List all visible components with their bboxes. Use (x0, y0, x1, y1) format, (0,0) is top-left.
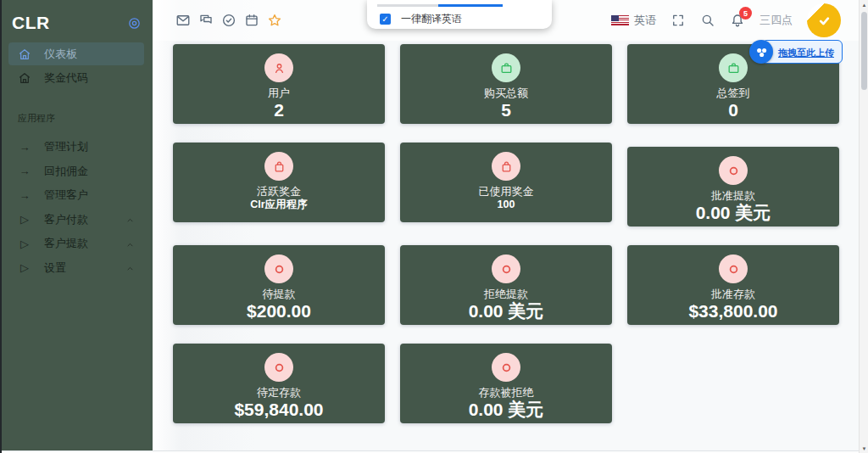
stat-label: 拒绝提款 (484, 288, 528, 300)
translate-popup: ✓ 一律翻译英语 (367, 0, 552, 29)
calendar-icon[interactable] (244, 13, 259, 28)
ring-icon (499, 361, 514, 375)
ring-icon (499, 262, 514, 277)
sidebar-app-item[interactable]: → 管理计划 (8, 135, 144, 159)
sidebar: CLR 仪表板 奖金代码 应用程序 → 管理计划 → 回扣佣金 → 管理客户 ▷… (0, 0, 153, 450)
stats-grid: 用户 2 购买总额 5 总签到 0 活跃奖金 Clr应用程序 已使用奖金 100… (173, 44, 868, 423)
upload-tooltip-label: 拖拽至此上传 (778, 48, 834, 58)
sidebar-app-item-label: 回扣佣金 (44, 164, 88, 179)
stat-label: 存款被拒绝 (479, 387, 534, 399)
stat-value: 0 (728, 100, 738, 120)
star-icon[interactable] (267, 13, 282, 28)
play-icon: ▷ (18, 262, 31, 273)
us-flag-icon[interactable] (611, 15, 629, 25)
stat-icon-circle (492, 254, 520, 283)
scroll-up-arrow[interactable]: ▲ (860, 0, 868, 9)
stat-card: 活跃奖金 Clr应用程序 (173, 143, 385, 222)
stat-label: 批准存款 (711, 288, 755, 300)
notifications-bell-icon[interactable]: 5 (730, 13, 745, 28)
ring-icon (726, 262, 741, 277)
fullscreen-icon[interactable] (670, 13, 686, 28)
arrow-right-icon: → (18, 165, 31, 176)
language-label[interactable]: 英语 (634, 13, 656, 28)
stat-card: 待定存款 $59,840.00 (173, 344, 385, 423)
scrollbar-thumb[interactable] (861, 12, 867, 90)
search-icon[interactable] (700, 13, 715, 28)
sidebar-app-item[interactable]: → 回扣佣金 (8, 159, 144, 184)
sidebar-nav-item-label: 仪表板 (44, 47, 77, 62)
arrow-right-icon: → (18, 142, 31, 153)
sidebar-app-item-label: 设置 (44, 260, 66, 276)
stat-value: $59,840.00 (234, 400, 323, 420)
stat-value: 100 (498, 199, 515, 210)
sidebar-app-item-label: 管理客户 (44, 187, 88, 203)
stat-label: 活跃奖金 (257, 186, 301, 198)
sidebar-app-list: → 管理计划 → 回扣佣金 → 管理客户 ▷ 客户付款 ▷ 客户提款 ▷ 设置 (0, 135, 153, 280)
topbar-right: 英语 5 三四点 (611, 3, 841, 37)
stat-value: Clr应用程序 (250, 199, 307, 210)
stat-label: 待提款 (263, 288, 296, 300)
stat-card: 待提款 $200.00 (173, 245, 385, 325)
chevron-up-icon[interactable] (125, 263, 135, 272)
translate-checkbox[interactable]: ✓ (380, 14, 391, 25)
stat-card: 批准提款 0.00 美元 (627, 147, 839, 226)
ring-icon (272, 361, 287, 375)
sidebar-section-label: 应用程序 (18, 112, 135, 125)
stat-value: $200.00 (247, 301, 311, 322)
sidebar-app-item-label: 管理计划 (44, 139, 88, 154)
sidebar-nav-item[interactable]: 仪表板 (8, 42, 144, 65)
stat-value: 0.00 美元 (696, 203, 771, 223)
sidebar-nav-item[interactable]: 奖金代码 (8, 66, 144, 89)
upload-cluster-icon[interactable] (749, 40, 773, 64)
stat-icon-circle (492, 152, 520, 181)
stat-card: 存款被拒绝 0.00 美元 (400, 344, 612, 423)
translate-tab-indicator (377, 4, 503, 7)
stat-label: 用户 (268, 87, 290, 99)
stat-icon-circle (719, 53, 748, 82)
briefcase-icon (499, 61, 514, 76)
sidebar-app-item[interactable]: → 管理客户 (8, 183, 144, 208)
sidebar-nav: 仪表板 奖金代码 (0, 42, 153, 89)
avatar[interactable] (807, 3, 841, 37)
username-label[interactable]: 三四点 (760, 13, 793, 28)
stat-value: 0.00 美元 (469, 301, 544, 322)
sidebar-app-item[interactable]: ▷ 客户提款 (8, 232, 144, 256)
mail-icon[interactable] (175, 13, 191, 28)
main-area: 英语 5 三四点 用户 2 (153, 0, 868, 453)
window-left-edge (0, 0, 2, 453)
stat-card: 已使用奖金 100 (400, 143, 612, 222)
ring-icon (726, 164, 741, 178)
bag-icon (272, 159, 287, 174)
upload-drop-target[interactable]: 拖拽至此上传 (762, 40, 843, 64)
stat-icon-circle (264, 53, 293, 82)
vertical-scrollbar[interactable]: ▲ ▼ (859, 0, 868, 453)
sidebar-app-item-label: 客户付款 (44, 212, 88, 227)
stat-icon-circle (264, 152, 293, 181)
sidebar-app-item-label: 客户提款 (44, 236, 88, 251)
sidebar-app-item[interactable]: ▷ 设置 (8, 256, 144, 281)
home-icon (18, 71, 31, 85)
scroll-down-arrow[interactable]: ▼ (860, 444, 868, 453)
stat-value: 0.00 美元 (469, 400, 544, 420)
chevron-up-icon[interactable] (125, 215, 135, 224)
sidebar-app-item[interactable]: ▷ 客户付款 (8, 208, 144, 232)
stat-icon-circle (719, 254, 748, 283)
upload-tooltip: 拖拽至此上传 (749, 40, 843, 64)
stat-icon-circle (492, 53, 520, 82)
sidebar-nav-item-label: 奖金代码 (44, 70, 88, 86)
check-circle-icon[interactable] (221, 13, 236, 28)
chevron-up-icon[interactable] (125, 239, 135, 249)
translate-checkbox-label: 一律翻译英语 (401, 12, 462, 26)
stat-icon-circle (492, 353, 520, 382)
play-icon: ▷ (18, 214, 31, 225)
stat-value: 5 (501, 100, 511, 120)
stat-value: 2 (274, 100, 284, 120)
stat-value: $33,800.00 (688, 301, 777, 322)
play-icon: ▷ (18, 238, 31, 249)
notification-badge: 5 (739, 7, 752, 20)
stat-label: 总签到 (717, 87, 750, 99)
bag-icon (499, 159, 514, 174)
app-window: CLR 仪表板 奖金代码 应用程序 → 管理计划 → 回扣佣金 → 管理客户 ▷… (0, 0, 868, 453)
record-icon[interactable] (127, 16, 142, 31)
chat-icon[interactable] (198, 13, 214, 28)
